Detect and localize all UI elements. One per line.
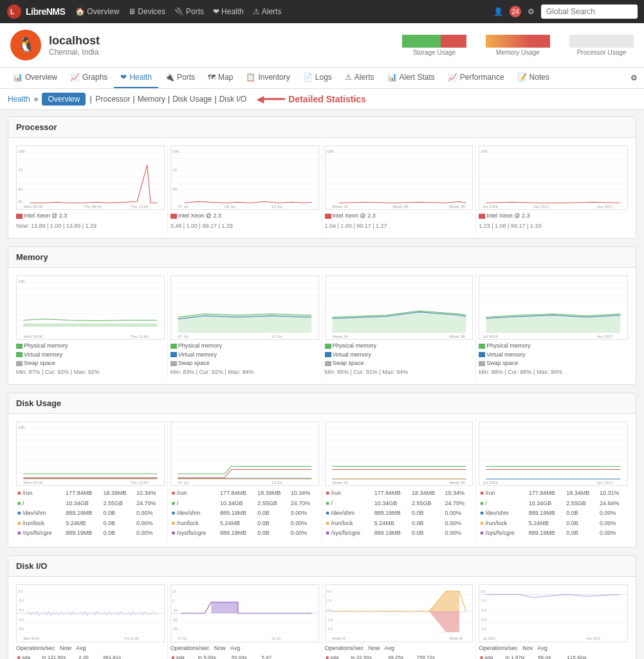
- processor-usage-label: Processor Usage: [577, 49, 627, 56]
- svg-text:Week 24: Week 24: [332, 481, 348, 485]
- disk-usage-chart-canvas-4: Jul 2016 Apr 2017: [479, 422, 628, 486]
- disk-usage-chart-canvas-2: 07 Jul 13 Jul: [170, 422, 319, 486]
- svg-text:Thu 12:00: Thu 12:00: [131, 335, 149, 339]
- svg-text:2.0: 2.0: [327, 599, 331, 602]
- disk-usage-section-header: Disk Usage: [8, 393, 636, 414]
- disk-io-chart-1: 0.0 -2.0 -4.0 -6.0 -8.0 Wed 18:00 Thu 12…: [14, 582, 168, 660]
- brand: L LibreNMS: [6, 4, 65, 19]
- tab-notes[interactable]: 📝 Notes: [511, 68, 556, 88]
- nav-health[interactable]: ❤ Health: [213, 7, 244, 16]
- memory-section: Memory 100: [8, 246, 636, 385]
- svg-text:70: 70: [172, 168, 178, 172]
- svg-text:09 Jul: 09 Jul: [225, 205, 235, 209]
- svg-text:Thu 12:00: Thu 12:00: [131, 205, 149, 209]
- global-search-input[interactable]: [541, 5, 638, 19]
- disk-io-chart-canvas-3: 4.0 2.0 0.0 -2.0 -4.0 Week 24 Week 28: [325, 584, 474, 642]
- processor-chart-canvas-2: 100 70 40 07 Jul 09 Jul 13 Jul: [170, 145, 319, 210]
- tab-inventory[interactable]: 📋 Inventory: [239, 68, 296, 88]
- memory-chart-4: Jul 2016 Apr 2017 Physical memory Virtua…: [476, 273, 630, 379]
- tab-alerts[interactable]: ⚠ Alerts: [338, 68, 381, 88]
- nav-ports[interactable]: 🔌 Ports: [174, 7, 204, 16]
- memory-chart-2: 07 Jul 13 Jul Physical memory Virtual me…: [168, 273, 322, 379]
- disk-io-chart-canvas-2: 10 0 -10 -20 -30 07 Jul 13 Jul: [170, 584, 319, 642]
- svg-text:-1.0: -1.0: [481, 599, 486, 602]
- breadcrumb-current[interactable]: Overview: [42, 93, 86, 106]
- memory-chart-4-legend: Physical memory Virtual memory Swap spac…: [479, 342, 628, 376]
- svg-text:Apr 2017: Apr 2017: [597, 481, 614, 485]
- svg-text:Jan 2017: Jan 2017: [533, 205, 550, 209]
- processor-chart-canvas-1: 100 70 40 20 Wed 18:00 Thu 06:00 Thu 12:…: [16, 145, 165, 210]
- processor-charts-grid: 100 70 40 20 Wed 18:00 Thu 06:00 Thu 12:…: [8, 138, 636, 238]
- svg-text:07 Jul: 07 Jul: [178, 481, 189, 485]
- breadcrumb-disk-usage-link[interactable]: Disk Usage: [172, 95, 212, 104]
- processor-chart-2-legend: Intel Xeon @ 2.3 3.48 | 1.00 | 99.17 | 1…: [170, 212, 319, 230]
- memory-chart-1-legend: Physical memory Virtual memory Swap spac…: [16, 342, 165, 376]
- svg-text:100: 100: [18, 425, 25, 429]
- breadcrumb-memory-link[interactable]: Memory: [138, 95, 165, 104]
- tab-map[interactable]: 🗺 Map: [201, 68, 239, 88]
- tab-health[interactable]: ❤ Health: [114, 68, 158, 88]
- tab-settings-icon[interactable]: ⚙: [630, 73, 638, 82]
- disk-io-chart-4: 0.0 -1.0 -2.0 -3.0 -5.0 Jul 2016 Apr 201…: [476, 582, 630, 660]
- svg-text:Week 28: Week 28: [449, 636, 463, 640]
- processor-section: Processor: [8, 116, 636, 239]
- svg-text:Jul 2016: Jul 2016: [483, 636, 495, 640]
- device-location: Chennai, India: [49, 48, 100, 57]
- svg-text:10: 10: [172, 589, 176, 593]
- svg-text:40: 40: [18, 187, 23, 191]
- svg-text:70: 70: [18, 168, 23, 172]
- disk-io-chart-4-legend: Operations/sec Nov Avg ■ sdaIn 1.97w58.4…: [479, 644, 628, 660]
- breadcrumb-processor-link[interactable]: Processor: [96, 95, 131, 104]
- disk-io-section-header: Disk I/O: [8, 556, 636, 577]
- svg-text:Week 24: Week 24: [332, 205, 348, 209]
- svg-text:-4.0: -4.0: [18, 608, 24, 612]
- nav-overview[interactable]: 🏠 Overview: [75, 7, 119, 16]
- tab-navigation: 📊 Overview 📈 Graphs ❤ Health 🔌 Ports 🗺 M…: [0, 68, 644, 89]
- svg-marker-164: [211, 602, 238, 613]
- tab-performance[interactable]: 📈 Performance: [441, 68, 511, 88]
- disk-usage-chart-3-legend: ■ /run177.84MB18.34MB10.34% ■ /10.34GB2.…: [325, 488, 474, 539]
- svg-text:Week 28: Week 28: [449, 481, 465, 485]
- svg-text:-3.0: -3.0: [481, 617, 486, 621]
- svg-text:-6.0: -6.0: [18, 617, 24, 621]
- tab-overview[interactable]: 📊 Overview: [6, 68, 64, 88]
- storage-usage-label: Storage Usage: [413, 49, 456, 56]
- device-stats: Storage Usage Memory Usage Processor Usa…: [402, 35, 634, 56]
- svg-marker-70: [23, 324, 157, 327]
- disk-io-section: Disk I/O 0.0 -2.0 -4: [8, 555, 636, 660]
- breadcrumb-separator2: |: [89, 95, 91, 104]
- svg-text:-5.0: -5.0: [481, 627, 486, 631]
- svg-text:13 Jul: 13 Jul: [271, 636, 281, 640]
- disk-usage-chart-1: 100 Wed 18:00 Thu 12:00 ■ /run177.84MB18…: [14, 419, 168, 542]
- breadcrumb-disk-io-link[interactable]: Disk I/O: [219, 95, 247, 104]
- svg-text:-10: -10: [172, 608, 178, 612]
- annotation-arrow: ◀━━━━: [257, 94, 284, 104]
- svg-text:Week 28: Week 28: [449, 205, 465, 209]
- svg-text:-2.0: -2.0: [327, 617, 333, 621]
- svg-text:13 Jul: 13 Jul: [271, 335, 282, 339]
- svg-text:Wed 18:00: Wed 18:00: [23, 205, 43, 209]
- tab-logs[interactable]: 📄 Logs: [297, 68, 338, 88]
- tab-ports[interactable]: 🔌 Ports: [158, 68, 201, 88]
- processor-chart-canvas-3: 100 Week 24 Week 26 Week 28: [325, 145, 474, 210]
- gear-icon[interactable]: ⚙: [528, 7, 535, 16]
- nav-alerts[interactable]: ⚠ Alerts: [253, 7, 282, 16]
- svg-text:Week 24: Week 24: [332, 335, 348, 339]
- processor-chart-1: 100 70 40 20 Wed 18:00 Thu 06:00 Thu 12:…: [14, 143, 168, 233]
- user-icon[interactable]: 👤: [493, 7, 503, 16]
- breadcrumb-parent[interactable]: Health: [8, 95, 30, 104]
- disk-io-chart-1-legend: Operations/sec Now Avg ■ sdaIn 121.50s2.…: [16, 644, 165, 660]
- svg-text:Apr 2017: Apr 2017: [597, 335, 614, 339]
- alert-badge[interactable]: 24: [510, 6, 521, 17]
- memory-chart-canvas-2: 07 Jul 13 Jul: [170, 275, 319, 340]
- svg-text:Week 26: Week 26: [392, 205, 408, 209]
- disk-usage-chart-4: Jul 2016 Apr 2017 ■ /run177.84MB18.34MB1…: [476, 419, 630, 542]
- memory-chart-canvas-4: Jul 2016 Apr 2017: [479, 275, 628, 340]
- tab-alert-stats[interactable]: 📊 Alert Stats: [381, 68, 441, 88]
- nav-devices[interactable]: 🖥 Devices: [128, 7, 165, 16]
- disk-usage-chart-4-legend: ■ /run177.84MB18.34MB10.31% ■ /10.34GB2.…: [479, 488, 628, 539]
- svg-text:Thu 06:00: Thu 06:00: [84, 205, 102, 209]
- tab-graphs[interactable]: 📈 Graphs: [64, 68, 114, 88]
- device-header: 🐧 localhost Chennai, India Storage Usage…: [0, 23, 644, 68]
- svg-text:Thu 12:00: Thu 12:00: [124, 636, 139, 640]
